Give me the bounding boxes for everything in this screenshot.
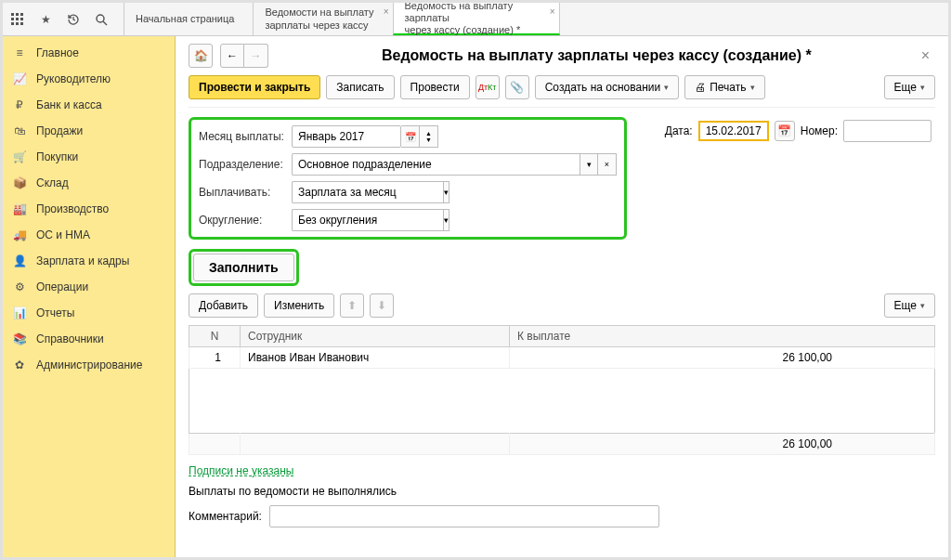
svg-rect-6 xyxy=(11,22,14,25)
sidebar-item-label: Банк и касса xyxy=(36,98,102,111)
comment-label: Комментарий: xyxy=(189,510,262,523)
gear-icon: ✿ xyxy=(12,358,27,371)
th-n: N xyxy=(189,326,241,347)
tab-list[interactable]: Ведомости на выплату зарплаты через касс… xyxy=(253,3,392,35)
sidebar-item-sales[interactable]: 🛍Продажи xyxy=(3,118,175,144)
nav-back-button[interactable]: ← xyxy=(220,44,244,68)
th-employee: Сотрудник xyxy=(241,326,510,347)
svg-rect-7 xyxy=(16,22,19,25)
factory-icon: 🏭 xyxy=(12,202,27,215)
cell-employee: Иванов Иван Иванович xyxy=(241,347,510,369)
department-dropdown[interactable]: ▾ xyxy=(580,153,598,176)
ruble-icon: ₽ xyxy=(12,98,27,111)
fill-button[interactable]: Заполнить xyxy=(193,254,294,281)
close-icon[interactable]: × xyxy=(384,7,389,18)
search-icon[interactable] xyxy=(94,12,109,27)
tab-document[interactable]: Ведомость на выплату зарплаты через касс… xyxy=(393,3,560,35)
apps-icon[interactable] xyxy=(10,12,25,27)
rounding-dropdown[interactable]: ▾ xyxy=(443,209,449,231)
department-label: Подразделение: xyxy=(199,158,292,171)
post-and-close-button[interactable]: Провести и закрыть xyxy=(189,75,320,99)
dt-kt-button[interactable]: ДтКт xyxy=(476,75,500,99)
page-title: Ведомость на выплату зарплаты через касс… xyxy=(285,47,908,64)
table-toolbar: Добавить Изменить ⬆ ⬇ Еще xyxy=(189,293,935,318)
top-toolbar: ★ Начальная страница Ведомости на выплат… xyxy=(3,3,948,36)
svg-rect-8 xyxy=(20,22,23,25)
highlighted-params-box: Месяц выплаты: 📅 ▲▼ Подразделение: ▾ × xyxy=(189,117,627,240)
save-button[interactable]: Записать xyxy=(326,75,394,99)
close-icon[interactable]: × xyxy=(550,7,555,18)
move-up-button[interactable]: ⬆ xyxy=(340,293,364,318)
cart-icon: 🛒 xyxy=(12,150,27,163)
home-button[interactable]: 🏠 xyxy=(189,44,213,68)
books-icon: 📚 xyxy=(12,332,27,345)
close-page-button[interactable]: × xyxy=(916,47,935,64)
sidebar-item-manager[interactable]: 📈Руководителю xyxy=(3,66,175,92)
paykind-dropdown[interactable]: ▾ xyxy=(443,181,449,203)
sidebar-item-production[interactable]: 🏭Производство xyxy=(3,196,175,222)
sidebar-item-warehouse[interactable]: 📦Склад xyxy=(3,170,175,196)
cell-n: 1 xyxy=(189,347,241,369)
sidebar-item-label: Администрирование xyxy=(36,358,142,371)
number-input[interactable] xyxy=(843,120,931,142)
sidebar-item-operations[interactable]: ⚙Операции xyxy=(3,274,175,300)
sidebar-item-assets[interactable]: 🚚ОС и НМА xyxy=(3,222,175,248)
svg-rect-4 xyxy=(16,18,19,20)
highlighted-fill-box: Заполнить xyxy=(189,249,299,286)
month-input[interactable] xyxy=(292,125,401,148)
rounding-input[interactable] xyxy=(292,209,443,231)
date-label: Дата: xyxy=(665,124,693,137)
signatures-link[interactable]: Подписи не указаны xyxy=(189,464,293,477)
svg-point-9 xyxy=(97,15,104,22)
post-button[interactable]: Провести xyxy=(400,75,470,99)
date-picker-icon[interactable]: 📅 xyxy=(775,121,795,141)
bar-chart-icon: 📊 xyxy=(12,306,27,319)
department-clear[interactable]: × xyxy=(598,153,617,176)
sidebar-item-label: Зарплата и кадры xyxy=(36,254,129,267)
star-icon[interactable]: ★ xyxy=(38,12,53,27)
comment-input[interactable] xyxy=(269,505,659,527)
create-based-on-button[interactable]: Создать на основании xyxy=(535,75,680,99)
month-label: Месяц выплаты: xyxy=(199,130,292,143)
gears-icon: ⚙ xyxy=(12,280,27,293)
history-icon[interactable] xyxy=(66,12,81,27)
sidebar-item-label: Покупки xyxy=(36,150,78,163)
tabs: Начальная страница Ведомости на выплату … xyxy=(124,3,560,35)
svg-rect-1 xyxy=(16,13,19,16)
sidebar-item-catalogs[interactable]: 📚Справочники xyxy=(3,326,175,352)
department-input[interactable] xyxy=(292,153,580,176)
sidebar-item-label: ОС и НМА xyxy=(36,228,90,241)
sidebar-item-admin[interactable]: ✿Администрирование xyxy=(3,352,175,378)
change-row-button[interactable]: Изменить xyxy=(264,293,334,318)
move-down-button[interactable]: ⬇ xyxy=(370,293,394,318)
sidebar-item-main[interactable]: ≡Главное xyxy=(3,40,175,66)
svg-rect-5 xyxy=(20,18,23,20)
rounding-label: Округление: xyxy=(199,214,292,227)
nav-forward-button[interactable]: → xyxy=(244,44,268,68)
date-input[interactable]: 15.02.2017 xyxy=(698,121,769,141)
sidebar-item-purchases[interactable]: 🛒Покупки xyxy=(3,144,175,170)
tab-label-2: зарплаты через кассу xyxy=(265,20,373,32)
sidebar-item-bank[interactable]: ₽Банк и касса xyxy=(3,92,175,118)
table-more-button[interactable]: Еще xyxy=(884,293,935,318)
tab-label: Ведомости на выплату xyxy=(265,7,373,19)
sidebar-item-reports[interactable]: 📊Отчеты xyxy=(3,300,175,326)
paykind-input[interactable] xyxy=(292,181,443,203)
sidebar-item-label: Продажи xyxy=(36,124,83,137)
table-row[interactable]: 1 Иванов Иван Иванович 26 100,00 xyxy=(189,347,935,369)
sidebar: ≡Главное 📈Руководителю ₽Банк и касса 🛍Пр… xyxy=(3,36,176,557)
month-spinner[interactable]: ▲▼ xyxy=(420,125,438,148)
attach-button[interactable]: 📎 xyxy=(505,75,529,99)
sidebar-item-salary[interactable]: 👤Зарплата и кадры xyxy=(3,248,175,274)
cell-amount: 26 100,00 xyxy=(510,347,935,369)
chart-icon: 📈 xyxy=(12,72,27,85)
sidebar-item-label: Справочники xyxy=(36,332,104,345)
tab-label: Начальная страница xyxy=(136,13,234,25)
calendar-icon[interactable]: 📅 xyxy=(401,125,420,148)
print-button[interactable]: 🖨 Печать xyxy=(684,75,764,99)
add-row-button[interactable]: Добавить xyxy=(189,293,258,318)
menu-icon: ≡ xyxy=(12,46,27,59)
svg-rect-2 xyxy=(20,13,23,16)
tab-home[interactable]: Начальная страница xyxy=(124,3,253,35)
more-button[interactable]: Еще xyxy=(884,75,935,99)
